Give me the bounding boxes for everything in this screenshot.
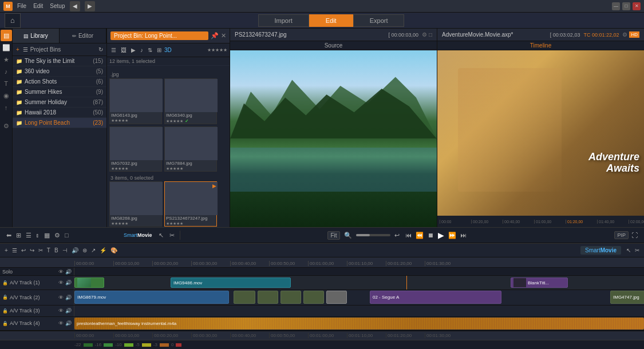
zoom-label[interactable]: Fit <box>327 231 339 240</box>
tool-effects[interactable]: ★ <box>1 54 12 65</box>
media-thumb[interactable]: IMG7032.jpg ★★★★★ <box>109 126 162 172</box>
pb-fullscreen[interactable]: ⛶ <box>630 231 639 240</box>
av1-vol[interactable]: 🔊 <box>65 280 72 285</box>
clip-block[interactable] <box>280 291 301 303</box>
bin-item[interactable]: 📁 Action Shots (6) <box>13 77 106 87</box>
clip-block[interactable] <box>258 291 278 303</box>
panel-menu-btn[interactable]: ☰ <box>22 46 29 53</box>
av1-eye[interactable]: 👁 <box>58 280 64 285</box>
mt-image-icon[interactable]: 🖼 <box>119 46 128 54</box>
pb-stop-btn[interactable]: ⏹ <box>426 231 436 240</box>
pb-step-fwd[interactable]: ⏩ <box>447 231 458 240</box>
media-thumb[interactable]: IMG6143.jpg ★★★★★ <box>109 78 162 124</box>
pb-zoom-slider[interactable] <box>356 234 390 236</box>
clip-block[interactable]: IMG8679.mov <box>74 291 229 303</box>
tl-menu[interactable]: ☰ <box>11 247 18 254</box>
media-thumb[interactable]: IMG7884.jpg ★★★★★ <box>164 126 217 172</box>
pb-prev-frame[interactable]: ⏮ <box>404 231 413 240</box>
pin-icon[interactable]: 📌 <box>211 32 219 39</box>
av4-content[interactable]: prestonleatherman_feelthisway instrument… <box>74 317 644 330</box>
pb-grid-icon[interactable]: ⊞ <box>14 231 23 240</box>
fwd-btn[interactable]: ▶ <box>85 1 95 11</box>
menu-setup[interactable]: Setup <box>50 3 65 9</box>
tab-import[interactable]: Import <box>258 14 309 27</box>
tab-library[interactable]: ▤ Library <box>13 29 60 43</box>
clip-block[interactable] <box>326 291 347 303</box>
timeline-icon1[interactable]: ⚙ <box>622 31 627 38</box>
pb-trim-icon[interactable]: ✂ <box>168 231 176 240</box>
tl-trim[interactable]: ⊣ <box>61 247 69 254</box>
clip-block[interactable] <box>234 291 255 303</box>
tool-disc[interactable]: ◉ <box>1 90 12 101</box>
tab-edit[interactable]: Edit <box>309 14 353 27</box>
tl-text[interactable]: T <box>46 247 52 254</box>
pb-list-icon[interactable]: ☰ <box>24 231 33 240</box>
media-thumb-selected[interactable]: ▶ PS21324673247.jpg ★★★★★ <box>164 181 217 227</box>
tool-media[interactable]: ▤ <box>1 30 12 41</box>
tl-add-track[interactable]: + <box>3 247 9 254</box>
pb-storyboard-icon[interactable]: ▦ <box>42 231 52 240</box>
win-min[interactable]: — <box>612 2 620 10</box>
mt-3d-label[interactable]: 3D <box>164 47 172 53</box>
mt-sort-icon[interactable]: ⇅ <box>146 46 154 54</box>
tool-titles[interactable]: T <box>1 78 12 89</box>
mt-filter-icon[interactable]: ☰ <box>109 46 118 54</box>
av2-vol[interactable]: 🔊 <box>65 295 72 300</box>
av1-content[interactable]: IMG9486.mov BlankTitl... <box>74 276 644 289</box>
mt-audio-icon[interactable]: ♪ <box>139 46 145 54</box>
win-max[interactable]: □ <box>622 2 630 10</box>
close-media-icon[interactable]: ✕ <box>221 32 226 39</box>
tool-audio[interactable]: ♪ <box>1 66 12 77</box>
bin-item-active[interactable]: 📁 Long Point Beach (23) <box>13 118 106 128</box>
tl-bold[interactable]: B <box>53 247 60 254</box>
clip-block[interactable]: 02 - Segue A <box>370 291 501 303</box>
tab-export[interactable]: Export <box>353 14 405 27</box>
timeline-icon2[interactable]: HD <box>629 31 639 38</box>
tl-cursor-tool[interactable]: ↖ <box>625 247 632 254</box>
av2-content[interactable]: IMG8679.mov 02 - Segue A IMG4747.jpg <box>74 290 644 305</box>
solo-vol-icon[interactable]: 🔊 <box>65 269 72 275</box>
clip-block[interactable]: IMG4747.jpg <box>610 291 644 303</box>
av3-eye[interactable]: 👁 <box>58 308 64 314</box>
av2-eye[interactable]: 👁 <box>58 295 64 300</box>
av3-content[interactable] <box>74 306 644 316</box>
media-thumb[interactable]: IMG8268.jpg ★★★★★ <box>109 181 162 227</box>
clip-block[interactable] <box>303 291 324 303</box>
mt-grid-icon[interactable]: ⊞ <box>155 46 163 54</box>
av4-eye[interactable]: 👁 <box>58 320 64 326</box>
bin-item[interactable]: 📁 Summer Hikes (9) <box>13 87 106 97</box>
pb-pip-label[interactable]: PIP <box>614 231 629 239</box>
bin-item[interactable]: 📁 Hawaii 2018 (50) <box>13 108 106 118</box>
pb-layout-btn[interactable]: □ <box>63 231 70 240</box>
tl-speed[interactable]: ⚡ <box>98 247 108 254</box>
tl-cut-tool[interactable]: ✂ <box>634 247 641 254</box>
tl-undo[interactable]: ↩ <box>20 247 27 254</box>
bin-item[interactable]: 📁 360 video (5) <box>13 66 106 77</box>
pb-col-icon[interactable]: ⫾ <box>34 231 41 240</box>
panel-refresh-btn[interactable]: ↻ <box>97 46 104 53</box>
solo-eye-icon[interactable]: 👁 <box>58 269 64 275</box>
tool-settings[interactable]: ⚙ <box>1 120 12 132</box>
pb-play-btn[interactable]: ▶ <box>436 229 446 241</box>
pb-arrow-left[interactable]: ⬅ <box>5 231 13 240</box>
menu-file[interactable]: File <box>17 3 26 9</box>
back-btn[interactable]: ◀ <box>70 1 80 11</box>
bin-item[interactable]: 📁 The Sky is the Limit (15) <box>13 56 106 66</box>
tl-color[interactable]: 🎨 <box>109 247 118 254</box>
tl-filter[interactable]: ⊛ <box>81 247 88 254</box>
source-icon2[interactable]: □ <box>429 31 432 38</box>
pb-undo-btn[interactable]: ↩ <box>393 231 401 240</box>
clip-block[interactable]: BlankTitl... <box>511 277 568 288</box>
pb-step-back[interactable]: ⏪ <box>414 231 425 240</box>
av3-vol[interactable]: 🔊 <box>65 308 72 314</box>
pb-cursor-icon[interactable]: ↖ <box>157 231 165 240</box>
tl-redo[interactable]: ↪ <box>29 247 35 254</box>
pb-next-frame[interactable]: ⏭ <box>459 231 468 240</box>
tl-cut[interactable]: ✂ <box>37 247 44 254</box>
media-thumb[interactable]: IMG6340.jpg ★★★★★✓ <box>164 78 217 124</box>
pb-settings-btn[interactable]: ⚙ <box>53 231 62 240</box>
bin-item[interactable]: 📁 Summer Holiday (87) <box>13 97 106 108</box>
home-button[interactable]: ⌂ <box>5 13 21 28</box>
tl-vol[interactable]: 🔊 <box>70 247 80 254</box>
av4-vol[interactable]: 🔊 <box>65 320 72 326</box>
